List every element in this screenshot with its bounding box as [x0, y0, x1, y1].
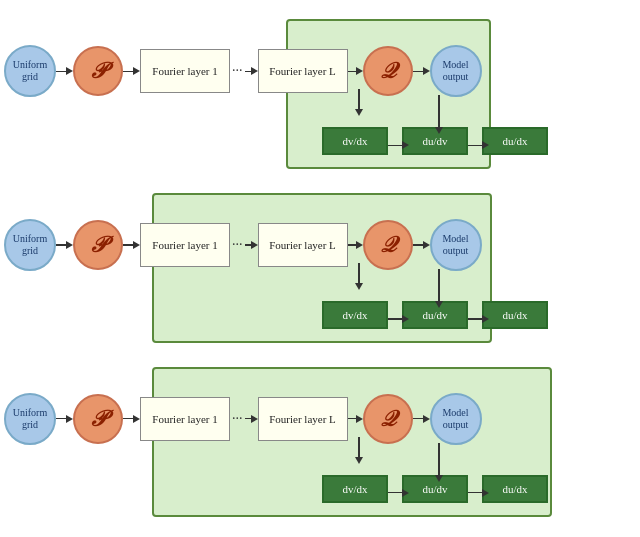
- arrow-dvdx-right-1: [388, 141, 409, 149]
- dvdx-box-1: dv/dx: [322, 127, 388, 155]
- model-output-1: Model output: [430, 45, 482, 97]
- arrow-2a: [56, 241, 73, 249]
- vert-arrow-dvdx-3: [355, 437, 363, 464]
- fourier1-3: Fourier layer 1: [140, 397, 230, 441]
- arrow-1e: [413, 67, 430, 75]
- p-circle-3: 𝒫: [73, 394, 123, 444]
- arrow-dvdx-right-3: [388, 489, 409, 497]
- q-circle-3: 𝒬: [363, 394, 413, 444]
- arrow-1a: [56, 67, 73, 75]
- fourier1-2: Fourier layer 1: [140, 223, 230, 267]
- arrow-2d: [348, 241, 363, 249]
- dudx-box-3: du/dx: [482, 475, 548, 503]
- model-output-3: Model output: [430, 393, 482, 445]
- fourierL-1: Fourier layer L: [258, 49, 348, 93]
- arrow-1d: [348, 67, 363, 75]
- dudx-box-1: du/dx: [482, 127, 548, 155]
- p-circle-2: 𝒫: [73, 220, 123, 270]
- row3-main: Uniform grid 𝒫 Fourier layer 1 ···: [4, 393, 482, 445]
- arrow-head: [66, 67, 73, 75]
- arrow-2b: [123, 241, 140, 249]
- dudx-box-2: du/dx: [482, 301, 548, 329]
- dots-1: ···: [230, 63, 245, 79]
- q-circle-2: 𝒬: [363, 220, 413, 270]
- arrow-3a: [56, 415, 73, 423]
- dvdx-box-3: dv/dx: [322, 475, 388, 503]
- dvdx-box-2: dv/dx: [322, 301, 388, 329]
- arrow-2c: [245, 241, 258, 249]
- uniform-grid-3: Uniform grid: [4, 393, 56, 445]
- model-output-2: Model output: [430, 219, 482, 271]
- arrow-1b: [123, 67, 140, 75]
- diagram-row-2: Uniform grid 𝒫 Fourier layer 1 ···: [4, 191, 636, 346]
- fourierL-2: Fourier layer L: [258, 223, 348, 267]
- arrow-3d: [348, 415, 363, 423]
- arrow-3e: [413, 415, 430, 423]
- vert-arrow-q-1: [435, 95, 443, 134]
- row1-main: Uniform grid 𝒫 Fourier layer 1 ···: [4, 45, 482, 97]
- diagram-container: Uniform grid 𝒫 Fourier layer 1 ···: [0, 0, 640, 537]
- fourier1-1: Fourier layer 1: [140, 49, 230, 93]
- vert-arrow-dvdx-1: [355, 89, 363, 116]
- dots-3: ···: [230, 411, 245, 427]
- row2-main: Uniform grid 𝒫 Fourier layer 1 ···: [4, 219, 482, 271]
- diagram-row-1: Uniform grid 𝒫 Fourier layer 1 ···: [4, 17, 636, 172]
- dots-2: ···: [230, 237, 245, 253]
- uniform-grid-2: Uniform grid: [4, 219, 56, 271]
- vert-arrow-q-2: [435, 269, 443, 308]
- uniform-grid-1: Uniform grid: [4, 45, 56, 97]
- arrow-1c: [245, 67, 258, 75]
- q-circle-1: 𝒬: [363, 46, 413, 96]
- vert-arrow-q-3: [435, 443, 443, 482]
- arrow-3c: [245, 415, 258, 423]
- arrow-dudv-right-2: [468, 315, 489, 323]
- arrow-2e: [413, 241, 430, 249]
- diagram-row-3: Uniform grid 𝒫 Fourier layer 1 ···: [4, 365, 636, 520]
- arrow-dvdx-right-2: [388, 315, 409, 323]
- arrow-3b: [123, 415, 140, 423]
- fourierL-3: Fourier layer L: [258, 397, 348, 441]
- arrow-dudv-right-1: [468, 141, 489, 149]
- p-circle-1: 𝒫: [73, 46, 123, 96]
- vert-arrow-dvdx-2: [355, 263, 363, 290]
- arrow-dudv-right-3: [468, 489, 489, 497]
- arrow-line: [56, 71, 66, 73]
